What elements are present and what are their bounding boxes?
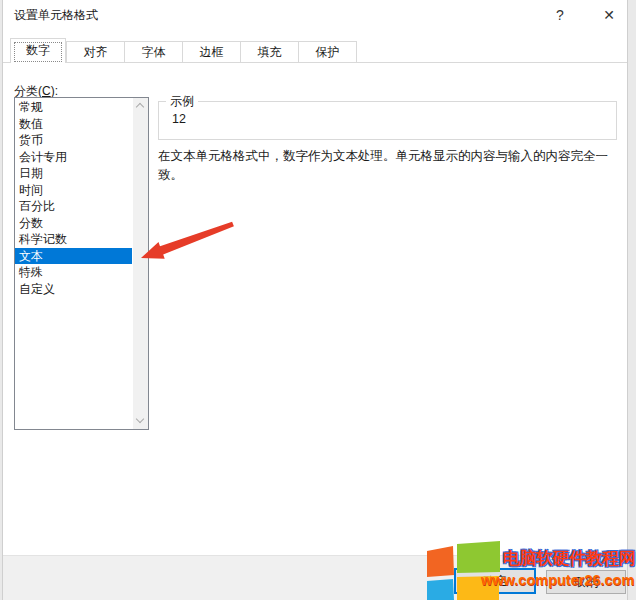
chevron-down-icon [136,415,144,423]
sample-value: 12 [172,112,186,126]
sample-groupbox: 示例 12 [158,101,617,140]
tab-font-label: 字体 [142,45,166,59]
tab-protection-label: 保护 [316,45,340,59]
scroll-up-icon[interactable] [133,98,148,114]
list-item-number[interactable]: 数值 [15,116,132,133]
list-item-special[interactable]: 特殊 [15,264,132,281]
list-item-text-selected[interactable]: 文本 [15,248,132,265]
ok-button[interactable]: 确定 [454,568,536,594]
list-item-general[interactable]: 常规 [15,99,132,116]
tab-fill-label: 填充 [258,45,282,59]
format-description: 在文本单元格格式中，数字作为文本处理。单元格显示的内容与输入的内容完全一致。 [158,147,618,185]
dialog-title: 设置单元格格式 [14,7,98,24]
category-listbox: 常规 数值 货币 会计专用 日期 时间 百分比 分数 科学记数 文本 特殊 自定… [14,97,149,430]
tab-protection[interactable]: 保护 [298,41,357,63]
help-icon[interactable]: ? [548,4,572,26]
tab-number[interactable]: 数字 [10,38,66,63]
tab-fill[interactable]: 填充 [240,41,299,63]
list-item-currency[interactable]: 货币 [15,132,132,149]
list-item-custom[interactable]: 自定义 [15,281,132,298]
list-scrollbar[interactable] [133,98,148,429]
close-icon[interactable]: ✕ [596,4,622,26]
scroll-down-icon[interactable] [133,413,148,429]
list-item-time[interactable]: 时间 [15,182,132,199]
tab-border[interactable]: 边框 [182,41,241,63]
tab-number-label: 数字 [26,43,50,57]
list-item-fraction[interactable]: 分数 [15,215,132,232]
sample-group-label: 示例 [166,93,198,110]
cancel-button[interactable]: 取消 [546,570,626,594]
tab-alignment-label: 对齐 [84,45,108,59]
tab-alignment[interactable]: 对齐 [66,41,125,63]
category-list: 常规 数值 货币 会计专用 日期 时间 百分比 分数 科学记数 文本 特殊 自定… [15,99,132,297]
tab-font[interactable]: 字体 [124,41,183,63]
chevron-up-icon [136,103,144,111]
list-item-percentage[interactable]: 百分比 [15,198,132,215]
list-item-date[interactable]: 日期 [15,165,132,182]
tab-border-label: 边框 [200,45,224,59]
list-item-scientific[interactable]: 科学记数 [15,231,132,248]
format-cells-dialog: 设置单元格格式 ? ✕ 数字 对齐 字体 边框 填充 保护 分类(C): 常规 … [0,0,636,600]
list-item-accounting[interactable]: 会计专用 [15,149,132,166]
